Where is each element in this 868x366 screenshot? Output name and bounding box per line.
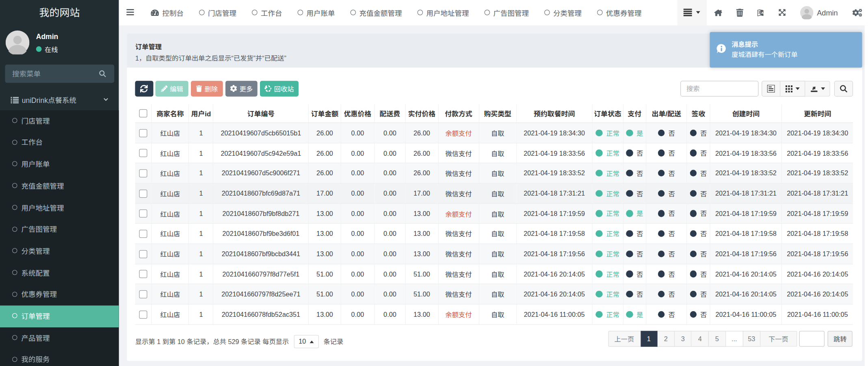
svg-text:文: 文 [758,11,761,14]
svg-text:A: A [762,11,764,14]
